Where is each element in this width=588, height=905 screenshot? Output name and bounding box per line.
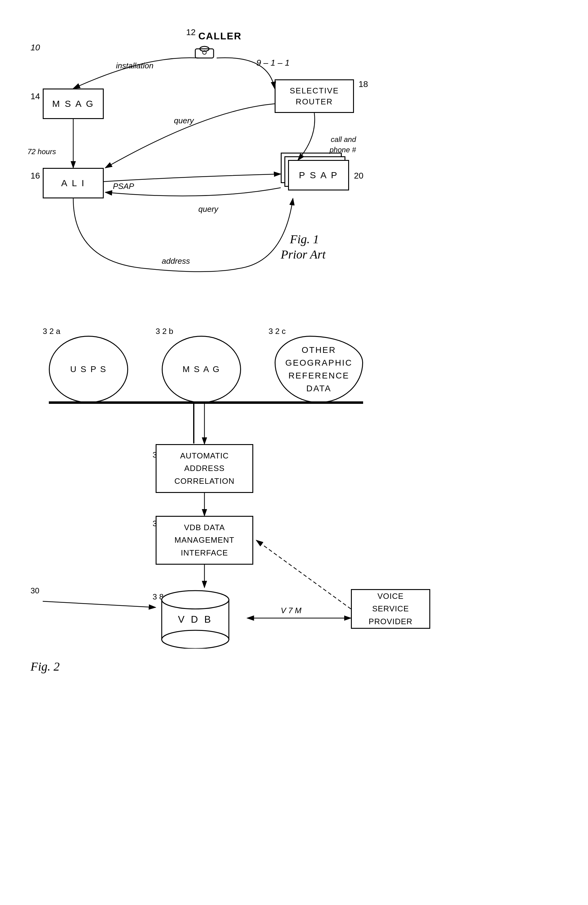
vert-line	[193, 404, 194, 443]
other-geo-label: OTHERGEOGRAPHICREFERENCEDATA	[285, 344, 352, 395]
v7m-label: V 7 M	[281, 606, 301, 615]
svg-point-7	[162, 630, 229, 649]
usps-circle: U S P S	[49, 336, 128, 403]
query-mid-label: query	[198, 205, 218, 214]
label-32b: 3 2 b	[155, 327, 173, 336]
selective-router-label: SELECTIVEROUTER	[290, 85, 339, 108]
phone-icon	[192, 43, 217, 61]
fig1-title: Fig. 1	[290, 232, 319, 246]
label-32a: 3 2 a	[43, 327, 60, 336]
page: 10 12 CALLER installation 9 – 1 – 1 14 M…	[0, 0, 588, 905]
installation-label: installation	[116, 61, 154, 70]
psap-label: P S A P	[299, 170, 338, 180]
label-32c: 3 2 c	[268, 327, 285, 336]
psap-box-front: P S A P	[288, 160, 349, 191]
vsp-label: VOICESERVICEPROVIDER	[369, 590, 412, 628]
usps-label: U S P S	[70, 363, 107, 376]
ali-label: A L I	[61, 178, 86, 188]
label-10: 10	[30, 43, 40, 52]
msag-box: M S A G	[43, 89, 104, 119]
vdb-mgmt-box: VDB DATAMANAGEMENTINTERFACE	[155, 516, 253, 565]
query-top-label: query	[174, 116, 194, 125]
svg-text:V D B: V D B	[178, 614, 213, 625]
72hours-label: 72 hours	[27, 146, 56, 157]
aac-box: AUTOMATICADDRESSCORRELATION	[155, 444, 253, 493]
caller-label: CALLER	[198, 30, 242, 42]
fig2-title: Fig. 2	[30, 659, 60, 674]
label-12: 12	[186, 27, 196, 37]
aac-label: AUTOMATICADDRESSCORRELATION	[174, 449, 235, 488]
figure-2-container: 3 2 a 3 2 b 3 2 c U S P S M S A G OTHERG…	[24, 311, 513, 861]
vdb-cylinder-svg: V D B	[155, 587, 253, 649]
figure-1-container: 10 12 CALLER installation 9 – 1 – 1 14 M…	[24, 18, 391, 293]
label-16: 16	[30, 171, 40, 181]
msag-label-fig2: M S A G	[182, 363, 220, 376]
call-phone-label: call andphone #	[330, 134, 356, 155]
label-30: 30	[30, 586, 40, 595]
fig1-prior-art: Prior Art	[281, 247, 326, 262]
nine-one-one-label: 9 – 1 – 1	[256, 58, 290, 68]
msag-label: M S A G	[52, 98, 94, 109]
label-18: 18	[358, 79, 368, 89]
address-label: address	[162, 256, 190, 266]
svg-rect-0	[195, 49, 214, 58]
other-geo-circle: OTHERGEOGRAPHICREFERENCEDATA	[275, 336, 363, 403]
svg-point-6	[162, 591, 229, 609]
label-14: 14	[30, 92, 40, 101]
connector-bar	[49, 402, 363, 404]
selective-router-box: SELECTIVEROUTER	[275, 79, 354, 113]
vdb-mgmt-label: VDB DATAMANAGEMENTINTERFACE	[174, 521, 235, 559]
ali-box: A L I	[43, 168, 104, 198]
psap-arrow-label: PSAP	[113, 182, 134, 191]
msag-circle-fig2: M S A G	[162, 336, 241, 403]
label-20: 20	[354, 171, 363, 181]
vsp-box: VOICESERVICEPROVIDER	[351, 589, 430, 629]
